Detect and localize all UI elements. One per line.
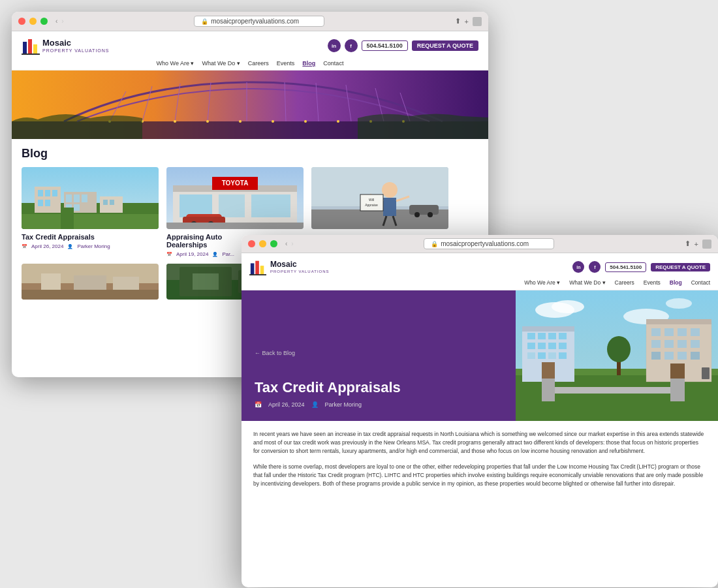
author-icon-1: 👤 xyxy=(67,244,73,249)
logo-main-front: Mosaic xyxy=(270,260,330,269)
nav-top-back: Mosaic PROPERTY VALUATIONS in f 504.541.… xyxy=(12,31,488,60)
svg-point-132 xyxy=(607,336,631,362)
lock-icon-front: 🔒 xyxy=(431,241,438,247)
dot-yellow-front[interactable] xyxy=(259,240,266,247)
dot-yellow[interactable] xyxy=(29,18,37,25)
phone-btn-front[interactable]: 504.541.5100 xyxy=(605,262,646,272)
blog-card-img-2: TOYOTA xyxy=(166,167,304,229)
blog-card-4[interactable] xyxy=(22,264,159,300)
nav-contact-front[interactable]: Contact xyxy=(691,279,710,286)
dot-red[interactable] xyxy=(18,18,25,25)
address-bar-front[interactable]: 🔒 mosaicpropertyvaluations.com xyxy=(424,238,554,249)
svg-rect-100 xyxy=(548,333,556,339)
tabs-icon-front[interactable] xyxy=(702,240,711,249)
svg-point-21 xyxy=(272,120,274,123)
nav-who-we-are-back[interactable]: Who We Are ▾ xyxy=(157,60,195,67)
titlebar-right-controls: ⬆ + xyxy=(455,17,482,26)
bridge-image xyxy=(12,70,488,139)
nav-what-front[interactable]: What We Do ▾ xyxy=(569,279,605,286)
svg-rect-122 xyxy=(664,352,674,360)
svg-rect-35 xyxy=(66,194,72,202)
phone-btn-back[interactable]: 504.541.5100 xyxy=(362,40,408,51)
svg-rect-88 xyxy=(249,274,266,275)
svg-rect-78 xyxy=(22,290,159,300)
blog-card-img-3: Will Appraise xyxy=(311,167,448,229)
nav-blog-front[interactable]: Blog xyxy=(670,279,682,286)
svg-point-18 xyxy=(174,120,176,123)
blog-card-meta-1: 📅 April 26, 2024 👤 Parker Moring xyxy=(22,243,159,249)
svg-point-91 xyxy=(552,300,584,313)
svg-rect-70 xyxy=(409,205,439,215)
logo-icon-front xyxy=(249,257,266,277)
forward-arrow-icon[interactable]: › xyxy=(61,18,63,25)
plus-icon[interactable]: + xyxy=(465,18,469,25)
blog-card-title-1: Tax Credit Appraisals xyxy=(22,233,159,241)
svg-rect-117 xyxy=(651,340,661,348)
svg-rect-114 xyxy=(664,328,674,336)
linkedin-icon-back[interactable]: in xyxy=(328,39,341,52)
blog-page-title: Blog xyxy=(22,147,478,161)
svg-rect-36 xyxy=(74,194,80,202)
plus-icon-front[interactable]: + xyxy=(695,240,698,248)
svg-point-20 xyxy=(239,120,242,123)
blog-card-author-1: Parker Moring xyxy=(77,243,110,249)
nav-actions-back: in f 504.541.5100 REQUEST A QUOTE xyxy=(328,39,478,52)
share-icon[interactable]: ⬆ xyxy=(455,17,461,25)
nav-events-front[interactable]: Events xyxy=(644,279,661,286)
svg-rect-128 xyxy=(670,379,685,401)
svg-rect-118 xyxy=(664,340,674,348)
logo-text-back: Mosaic PROPERTY VALUATIONS xyxy=(42,39,110,52)
logo-icon-back xyxy=(22,35,40,56)
nav-who-front[interactable]: Who We Are ▾ xyxy=(524,279,560,286)
svg-rect-44 xyxy=(61,208,74,229)
back-to-blog-link[interactable]: ← Back to Blog xyxy=(255,350,503,356)
back-arrow-icon[interactable]: ‹ xyxy=(55,18,57,25)
quote-btn-back[interactable]: REQUEST A QUOTE xyxy=(412,40,478,51)
svg-rect-51 xyxy=(219,194,245,217)
dot-green-front[interactable] xyxy=(270,240,277,247)
article-author-icon: 👤 xyxy=(311,401,319,408)
article-date: April 26, 2024 xyxy=(268,401,305,408)
svg-rect-37 xyxy=(82,194,87,202)
article-para-1: In recent years we have seen an increase… xyxy=(253,430,706,456)
svg-rect-87 xyxy=(260,266,264,275)
linkedin-icon-front[interactable]: in xyxy=(572,261,584,273)
svg-rect-62 xyxy=(383,198,396,216)
svg-rect-115 xyxy=(678,328,687,336)
dot-green[interactable] xyxy=(40,18,48,25)
svg-point-61 xyxy=(382,182,398,198)
svg-rect-120 xyxy=(691,340,700,348)
back-arrow-front[interactable]: ‹ xyxy=(285,240,287,247)
nav-front: Mosaic PROPERTY VALUATIONS in f 504.541.… xyxy=(242,253,718,290)
facebook-icon-back[interactable]: f xyxy=(345,39,358,52)
nav-events-back[interactable]: Events xyxy=(277,60,295,67)
facebook-icon-front[interactable]: f xyxy=(589,261,601,273)
svg-rect-29 xyxy=(38,190,43,196)
article-body: In recent years we have seen an increase… xyxy=(242,421,718,574)
dot-red-front[interactable] xyxy=(248,240,255,247)
svg-rect-107 xyxy=(538,352,546,359)
svg-rect-129 xyxy=(555,387,670,394)
nav-careers-front[interactable]: Careers xyxy=(615,279,634,286)
share-icon-front[interactable]: ⬆ xyxy=(685,240,691,248)
svg-text:TOYOTA: TOYOTA xyxy=(222,179,249,187)
quote-btn-front[interactable]: REQUEST A QUOTE xyxy=(651,263,710,271)
nav-blog-back[interactable]: Blog xyxy=(302,60,315,67)
svg-rect-101 xyxy=(559,333,567,339)
svg-rect-113 xyxy=(651,328,661,336)
logo-main-back: Mosaic xyxy=(42,39,110,48)
svg-rect-109 xyxy=(559,352,567,359)
nav-contact-back[interactable]: Contact xyxy=(323,60,343,67)
forward-arrow-front[interactable]: › xyxy=(291,240,293,247)
svg-rect-102 xyxy=(527,343,535,349)
svg-rect-103 xyxy=(538,343,546,349)
nav-back: Mosaic PROPERTY VALUATIONS in f 504.541.… xyxy=(12,31,488,70)
nav-what-we-do-back[interactable]: What We Do ▾ xyxy=(202,60,240,67)
address-bar-back[interactable]: 🔒 mosaicpropertyvaluations.com xyxy=(68,16,451,27)
article-hero-img xyxy=(516,290,718,421)
tabs-icon[interactable] xyxy=(473,17,482,26)
svg-rect-32 xyxy=(38,200,43,206)
blog-card-1[interactable]: Tax Credit Appraisals 📅 April 26, 2024 👤… xyxy=(22,167,159,257)
svg-rect-123 xyxy=(678,352,687,360)
nav-careers-back[interactable]: Careers xyxy=(248,60,269,67)
